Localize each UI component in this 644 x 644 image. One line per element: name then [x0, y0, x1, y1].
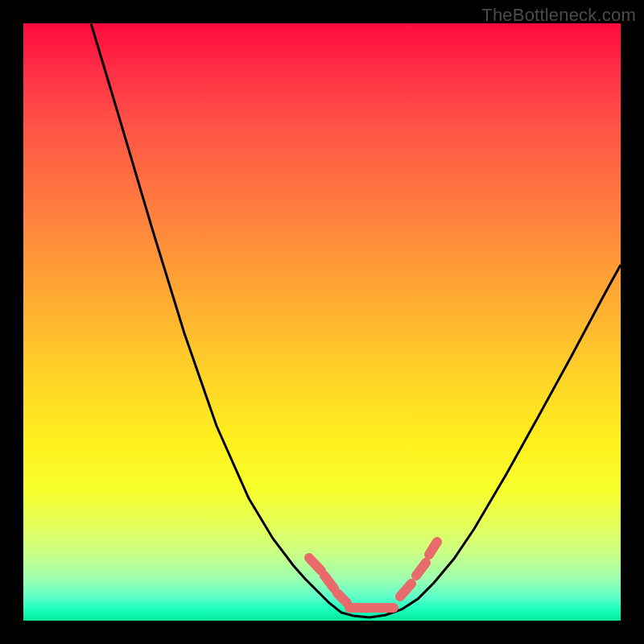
dash-segment [309, 558, 321, 571]
dash-segment [429, 542, 437, 555]
dash-segment [337, 593, 347, 603]
outer-frame: TheBottleneck.com [0, 0, 644, 644]
chart-svg [23, 23, 621, 621]
watermark-text: TheBottleneck.com [481, 5, 636, 26]
dash-segment [324, 576, 334, 588]
right-curve [369, 265, 621, 617]
dash-segment [416, 563, 426, 576]
dash-segment [400, 584, 411, 597]
left-curve [91, 23, 369, 617]
curve-group [91, 23, 621, 617]
